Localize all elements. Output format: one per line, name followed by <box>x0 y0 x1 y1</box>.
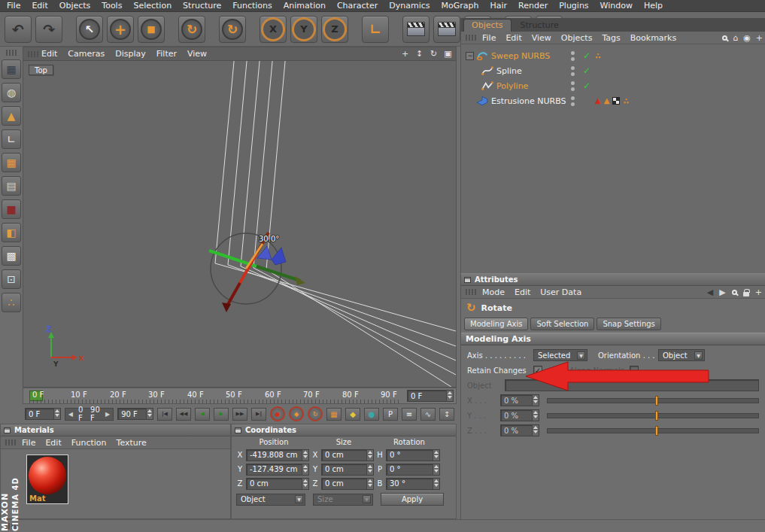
home-icon[interactable]: ⌂ <box>733 34 738 42</box>
end-frame-field[interactable]: 90 F <box>117 408 153 420</box>
viewport-panel[interactable]: Edit Cameras Display Filter View + ↕ ↻ ▣… <box>23 47 457 388</box>
undo-button[interactable]: ↶ <box>5 16 32 43</box>
size-y-field[interactable]: 0 cm <box>321 464 374 476</box>
position-key-button[interactable]: ▦ <box>326 408 342 421</box>
obj-menu-bookmarks[interactable]: Bookmarks <box>630 33 676 43</box>
enable-toggle[interactable]: ✓ <box>583 50 590 61</box>
view-label[interactable]: Top <box>29 65 53 75</box>
menu-plugins[interactable]: Plugins <box>559 1 588 11</box>
coords-object-dropdown[interactable]: Object▼ <box>236 494 305 506</box>
drag-grip[interactable] <box>5 50 17 56</box>
rotate-tool-button[interactable]: ↻ <box>178 16 205 43</box>
z-percent-field[interactable]: 0 % <box>500 424 539 436</box>
tab-soft-selection[interactable]: Soft Selection <box>530 318 594 330</box>
scale-key-button[interactable]: ◆ <box>345 408 360 421</box>
menu-help[interactable]: Help <box>644 1 663 11</box>
polygons-mode-button[interactable]: ■ <box>2 199 21 219</box>
size-z-field[interactable]: 0 cm <box>321 478 374 490</box>
obj-menu-edit[interactable]: Edit <box>505 33 521 43</box>
lock-z-axis-button[interactable]: Z <box>321 16 348 43</box>
prev-key-button[interactable]: ◀◀ <box>176 408 191 421</box>
points-snap-button[interactable]: ∴ <box>2 293 21 312</box>
play-button[interactable]: ▶ <box>214 408 229 421</box>
mat-menu-edit[interactable]: Edit <box>45 438 61 448</box>
menu-tools[interactable]: Tools <box>102 1 122 11</box>
attr-menu-mode[interactable]: Mode <box>482 287 505 297</box>
attr-menu-edit[interactable]: Edit <box>515 287 530 297</box>
menu-mograph[interactable]: MoGraph <box>441 1 478 11</box>
fcurve-mode-button[interactable]: ∿ <box>420 408 436 421</box>
slider-handle[interactable] <box>655 426 658 436</box>
menu-window[interactable]: Window <box>600 1 633 11</box>
menu-animation[interactable]: Animation <box>284 1 326 11</box>
obj-menu-file[interactable]: File <box>482 33 496 43</box>
live-selection-button[interactable]: ↖ <box>76 16 103 43</box>
rotation-b-field[interactable]: 30 ° <box>386 478 440 490</box>
vp-menu-filter[interactable]: Filter <box>156 49 177 59</box>
obj-menu-tags[interactable]: Tags <box>602 33 620 43</box>
coordinates-titlebar[interactable]: Coordinates <box>232 424 456 436</box>
lock-y-axis-button[interactable]: Y <box>290 16 317 43</box>
next-key-button[interactable]: ▶▶ <box>232 408 247 421</box>
eye-icon[interactable]: ◉ <box>743 34 751 42</box>
dolly-view-icon[interactable]: ↕ <box>414 48 425 59</box>
menu-hair[interactable]: Hair <box>490 1 507 11</box>
y-slider[interactable] <box>547 413 759 418</box>
frame-spinner[interactable] <box>446 391 453 401</box>
menu-structure[interactable]: Structure <box>183 1 221 11</box>
enable-toggle[interactable]: ✓ <box>583 81 590 91</box>
search-icon[interactable] <box>732 290 737 295</box>
menu-edit[interactable]: Edit <box>32 1 47 11</box>
object-axis-mode-button[interactable]: ⊡ <box>2 269 21 289</box>
add-icon[interactable]: + <box>755 288 762 296</box>
render-picture-viewer-button[interactable] <box>433 16 460 43</box>
animation-mode-button[interactable]: ▩ <box>2 246 21 266</box>
collapse-toggle[interactable]: − <box>466 52 474 60</box>
model-mode-button[interactable]: ◍ <box>2 83 21 102</box>
make-editable-button[interactable]: ▦ <box>2 59 21 79</box>
coordinate-system-button[interactable]: ∟ <box>362 16 389 43</box>
keyframe-selection-button[interactable]: ↻ <box>308 406 323 421</box>
record-keyframe-button[interactable]: ● <box>270 406 285 421</box>
phong-tag-icon[interactable]: ∴ <box>595 51 601 61</box>
menu-selection[interactable]: Selection <box>133 1 172 11</box>
history-forward-icon[interactable]: ▶ <box>719 288 725 296</box>
size-x-field[interactable]: 0 cm <box>321 449 374 461</box>
texture-axis-mode-button[interactable]: ◧ <box>2 223 21 242</box>
drag-grip[interactable] <box>465 35 477 41</box>
position-y-field[interactable]: -127.439 cm <box>246 464 309 476</box>
mat-menu-texture[interactable]: Texture <box>117 438 147 448</box>
attributes-titlebar[interactable]: Attributes <box>461 274 765 286</box>
tree-row-spline[interactable]: Spline ✓ <box>461 63 765 78</box>
tree-row-estrusione-nurbs[interactable]: Estrusione NURBS ▲ ▲ ∴ <box>461 93 765 108</box>
position-x-field[interactable]: -419.808 cm <box>246 449 309 461</box>
menu-file[interactable]: File <box>7 1 20 11</box>
x-percent-field[interactable]: 0 % <box>500 394 539 406</box>
drag-grip[interactable] <box>27 51 39 57</box>
modeling-axis-section-header[interactable]: Modeling Axis <box>461 333 765 345</box>
search-icon[interactable] <box>722 35 727 41</box>
timeline-ruler[interactable]: 0 F 10 F 20 F 30 F 40 F 50 F 60 F 70 F 8… <box>23 388 457 404</box>
points-mode-button[interactable]: ▦ <box>2 153 21 172</box>
vp-menu-view[interactable]: View <box>187 49 207 59</box>
menu-dynamics[interactable]: Dynamics <box>389 1 430 11</box>
maximize-view-icon[interactable]: ▣ <box>442 48 454 59</box>
pla-key-button[interactable]: ≡ <box>402 408 417 421</box>
rotation-key-button[interactable]: ● <box>364 408 379 421</box>
visibility-toggles[interactable] <box>571 96 575 106</box>
scale-tool-button[interactable]: ■ <box>138 16 165 43</box>
timeline-resize-button[interactable]: ↕ <box>439 408 454 421</box>
mat-menu-function[interactable]: Function <box>71 438 107 448</box>
autokeying-button[interactable]: ◆ <box>289 406 304 421</box>
menu-character[interactable]: Character <box>337 1 378 11</box>
preview-range-control[interactable]: ◀ 0 F 90 F ▶ <box>65 408 114 421</box>
pan-view-icon[interactable]: + <box>399 48 411 59</box>
vp-menu-edit[interactable]: Edit <box>41 49 57 59</box>
obj-menu-objects[interactable]: Objects <box>561 33 593 43</box>
orbit-view-icon[interactable]: ↻ <box>428 48 439 59</box>
add-icon[interactable]: + <box>756 34 763 42</box>
caps-tag-icon[interactable]: ▲ <box>604 97 610 105</box>
phong-tag-icon[interactable]: ∴ <box>623 96 629 106</box>
y-percent-field[interactable]: 0 % <box>500 409 539 421</box>
tab-modeling-axis[interactable]: Modeling Axis <box>464 318 528 330</box>
